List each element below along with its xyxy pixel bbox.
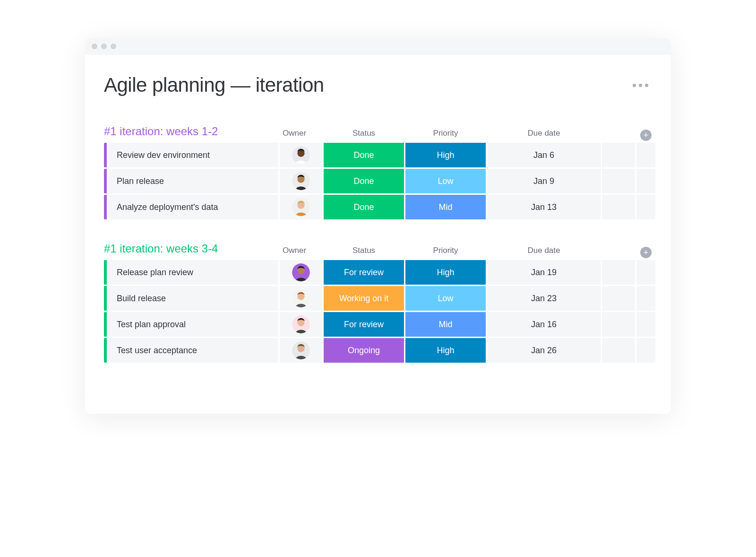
plus-icon: + xyxy=(644,248,649,257)
window-control-maximize[interactable] xyxy=(111,44,116,49)
avatar[interactable] xyxy=(292,198,310,216)
row-end-cell xyxy=(636,312,655,337)
avatar[interactable] xyxy=(292,172,310,190)
owner-cell[interactable] xyxy=(280,338,322,363)
trailing-cell xyxy=(602,286,635,311)
avatar[interactable] xyxy=(292,289,310,307)
group-title[interactable]: #1 iteration: weeks 3-4 xyxy=(104,242,278,258)
table-row[interactable]: Plan release DoneLowJan 9 xyxy=(104,169,652,193)
group-title[interactable]: #1 iteration: weeks 1-2 xyxy=(104,125,278,141)
row-end-cell xyxy=(636,195,655,219)
avatar[interactable] xyxy=(292,315,310,333)
priority-cell[interactable]: Mid xyxy=(405,195,486,219)
dots-icon xyxy=(639,84,642,87)
table-row[interactable]: Build release Working on itLowJan 23 xyxy=(104,286,652,311)
row-accent xyxy=(104,143,107,167)
task-name-cell[interactable]: Review dev environment xyxy=(108,143,278,167)
row-end-cell xyxy=(636,143,655,167)
table-row[interactable]: Test user acceptance OngoingHighJan 26 xyxy=(104,338,652,363)
window-title-bar xyxy=(85,38,671,55)
group-header: #1 iteration: weeks 3-4OwnerStatusPriori… xyxy=(104,242,652,258)
task-name-cell[interactable]: Test plan approval xyxy=(108,312,278,337)
row-end-cell xyxy=(636,169,655,193)
task-name-cell[interactable]: Build release xyxy=(108,286,278,311)
trailing-cell xyxy=(602,260,635,285)
task-name-cell[interactable]: Plan release xyxy=(108,169,278,193)
avatar[interactable] xyxy=(292,341,310,359)
dots-icon xyxy=(633,84,636,87)
priority-cell[interactable]: High xyxy=(405,143,486,167)
column-header-status[interactable]: Status xyxy=(324,129,404,141)
due-date-cell[interactable]: Jan 16 xyxy=(487,312,601,337)
trailing-cell xyxy=(602,143,635,167)
due-date-cell[interactable]: Jan 19 xyxy=(487,260,601,285)
window-control-minimize[interactable] xyxy=(101,44,107,49)
table-row[interactable]: Analyze deployment's data DoneMidJan 13 xyxy=(104,195,652,219)
trailing-cell xyxy=(602,312,635,337)
owner-cell[interactable] xyxy=(280,312,322,337)
status-cell[interactable]: Working on it xyxy=(324,286,404,311)
board-header: Agile planning — iteration xyxy=(104,74,652,96)
due-date-cell[interactable]: Jan 6 xyxy=(487,143,601,167)
column-header-priority[interactable]: Priority xyxy=(405,246,486,258)
row-end-cell xyxy=(636,260,655,285)
owner-cell[interactable] xyxy=(280,260,322,285)
task-name-cell[interactable]: Release plan review xyxy=(108,260,278,285)
column-header-owner[interactable]: Owner xyxy=(280,129,322,141)
column-header-status[interactable]: Status xyxy=(324,246,404,258)
priority-cell[interactable]: Low xyxy=(405,169,486,193)
table-row[interactable]: Review dev environment DoneHighJan 6 xyxy=(104,143,652,167)
more-options-button[interactable] xyxy=(629,80,652,91)
trailing-cell xyxy=(602,169,635,193)
priority-cell[interactable]: Low xyxy=(405,286,486,311)
add-column-button[interactable]: + xyxy=(640,247,652,258)
task-name-cell[interactable]: Test user acceptance xyxy=(108,338,278,363)
row-accent xyxy=(104,260,107,285)
owner-cell[interactable] xyxy=(280,195,322,219)
row-accent xyxy=(104,169,107,193)
status-cell[interactable]: Ongoing xyxy=(324,338,404,363)
status-cell[interactable]: For review xyxy=(324,260,404,285)
add-column-button[interactable]: + xyxy=(640,130,652,141)
owner-cell[interactable] xyxy=(280,169,322,193)
table-row[interactable]: Test plan approval For reviewMidJan 16 xyxy=(104,312,652,337)
row-accent xyxy=(104,338,107,363)
page-title: Agile planning — iteration xyxy=(104,74,324,96)
column-header-priority[interactable]: Priority xyxy=(405,129,486,141)
priority-cell[interactable]: High xyxy=(405,338,486,363)
row-accent xyxy=(104,312,107,337)
status-cell[interactable]: Done xyxy=(324,169,404,193)
column-header-due_date[interactable]: Due date xyxy=(487,129,601,141)
window-control-close[interactable] xyxy=(92,44,97,49)
dots-icon xyxy=(645,84,648,87)
priority-cell[interactable]: Mid xyxy=(405,312,486,337)
board-group: #1 iteration: weeks 1-2OwnerStatusPriori… xyxy=(104,125,652,219)
owner-cell[interactable] xyxy=(280,286,322,311)
avatar[interactable] xyxy=(292,263,310,281)
trailing-cell xyxy=(602,195,635,219)
due-date-cell[interactable]: Jan 23 xyxy=(487,286,601,311)
task-name-cell[interactable]: Analyze deployment's data xyxy=(108,195,278,219)
due-date-cell[interactable]: Jan 26 xyxy=(487,338,601,363)
row-end-cell xyxy=(636,286,655,311)
due-date-cell[interactable]: Jan 9 xyxy=(487,169,601,193)
owner-cell[interactable] xyxy=(280,143,322,167)
board-content: Agile planning — iteration #1 iteration:… xyxy=(85,55,671,414)
row-accent xyxy=(104,195,107,219)
avatar[interactable] xyxy=(292,146,310,164)
trailing-cell xyxy=(602,338,635,363)
column-header-due_date[interactable]: Due date xyxy=(487,246,601,258)
due-date-cell[interactable]: Jan 13 xyxy=(487,195,601,219)
status-cell[interactable]: Done xyxy=(324,195,404,219)
row-end-cell xyxy=(636,338,655,363)
board-group: #1 iteration: weeks 3-4OwnerStatusPriori… xyxy=(104,242,652,363)
row-accent xyxy=(104,286,107,311)
table-row[interactable]: Release plan review For reviewHighJan 19 xyxy=(104,260,652,285)
app-window: Agile planning — iteration #1 iteration:… xyxy=(85,38,671,414)
group-header: #1 iteration: weeks 1-2OwnerStatusPriori… xyxy=(104,125,652,141)
status-cell[interactable]: Done xyxy=(324,143,404,167)
plus-icon: + xyxy=(644,131,649,139)
column-header-owner[interactable]: Owner xyxy=(280,246,322,258)
status-cell[interactable]: For review xyxy=(324,312,404,337)
priority-cell[interactable]: High xyxy=(405,260,486,285)
